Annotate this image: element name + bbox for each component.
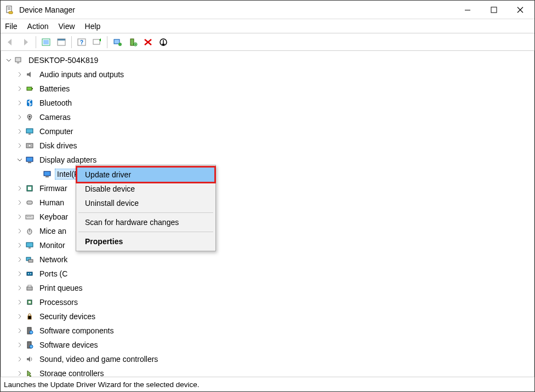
tree-node[interactable]: Sound, video and game controllers [2, 352, 534, 366]
menu-view[interactable]: View [58, 22, 75, 31]
svg-rect-51 [27, 287, 32, 290]
context-menu-item[interactable]: Scan for hardware changes [77, 215, 214, 229]
tree-node[interactable]: Ports (C [2, 267, 534, 281]
svg-rect-39 [27, 216, 28, 217]
expander-icon[interactable] [15, 241, 24, 250]
tree-node[interactable]: Network [2, 252, 534, 267]
tree-node[interactable]: Print queues [2, 281, 534, 295]
tree-node-label: Computer [37, 126, 75, 137]
menu-action[interactable]: Action [27, 22, 49, 31]
tree-node[interactable]: Storage controllers [2, 366, 534, 377]
device-tree-panel[interactable]: DESKTOP-504K819 Audio inputs and outputs… [1, 51, 534, 377]
tree-node[interactable]: Computer [2, 124, 534, 139]
expander-icon[interactable] [15, 355, 24, 364]
port-icon [24, 268, 35, 279]
tree-node[interactable]: Batteries [2, 82, 534, 96]
expander-icon[interactable] [15, 212, 24, 221]
context-menu-item[interactable]: Update driver [76, 166, 216, 183]
expander-icon[interactable] [15, 84, 24, 93]
svg-rect-22 [32, 88, 33, 89]
tree-node-label: Storage controllers [37, 368, 106, 377]
scan-button[interactable] [90, 35, 104, 49]
svg-point-15 [118, 43, 122, 46]
tree-node-label: Ports (C [37, 268, 70, 279]
svg-point-50 [30, 273, 31, 274]
network-icon [24, 254, 35, 265]
svg-point-25 [29, 116, 31, 118]
expander-icon[interactable] [15, 341, 24, 349]
storage-icon [24, 368, 35, 377]
svg-rect-26 [29, 119, 31, 120]
printer-icon [24, 283, 35, 293]
minimize-button[interactable] [454, 1, 481, 19]
svg-rect-55 [28, 316, 31, 319]
context-menu-item[interactable]: Uninstall device [77, 196, 214, 210]
show-hidden-button[interactable] [39, 35, 53, 49]
update-driver-button[interactable] [110, 35, 124, 49]
expander-icon[interactable] [15, 99, 24, 107]
add-device-button[interactable] [126, 35, 140, 49]
tree-node-label: Print queues [37, 283, 85, 293]
expander-icon[interactable] [15, 369, 24, 377]
monitor-icon [24, 126, 35, 137]
menubar: File Action View Help [1, 19, 534, 33]
context-menu-item[interactable]: Properties [77, 234, 214, 249]
expander-icon[interactable] [15, 312, 24, 321]
tree-node-label: Cameras [37, 112, 73, 123]
expander-icon[interactable] [15, 269, 24, 278]
expander-icon[interactable] [15, 198, 24, 207]
sound-icon [24, 354, 35, 365]
menu-help[interactable]: Help [85, 22, 101, 31]
expander-icon[interactable] [15, 284, 24, 292]
camera-icon [24, 112, 35, 123]
expander-icon[interactable] [15, 155, 24, 164]
tree-node-label: Keyboar [37, 211, 70, 222]
close-button[interactable] [507, 1, 533, 19]
svg-rect-45 [29, 247, 31, 249]
properties-button[interactable] [54, 35, 69, 49]
svg-rect-54 [29, 301, 31, 303]
uninstall-button[interactable] [141, 35, 155, 49]
expander-icon[interactable] [15, 70, 24, 79]
svg-rect-19 [15, 57, 21, 62]
tree-node[interactable]: Software components [2, 324, 534, 338]
svg-rect-36 [28, 187, 31, 190]
expander-icon[interactable] [15, 298, 24, 307]
tree-node-label: Firmwar [37, 183, 70, 194]
tree-node[interactable]: Bluetooth [2, 96, 534, 110]
help-button[interactable]: ? [75, 35, 89, 49]
menu-separator [78, 232, 213, 232]
maximize-button[interactable] [481, 1, 507, 19]
tree-node[interactable]: Software devices [2, 338, 534, 352]
svg-rect-47 [29, 260, 33, 262]
context-menu-item[interactable]: Disable device [77, 182, 214, 196]
tree-node-label: Human [37, 197, 66, 208]
expander-icon[interactable] [15, 127, 24, 136]
svg-rect-2 [8, 8, 10, 9]
svg-rect-48 [27, 272, 32, 275]
svg-rect-14 [114, 39, 119, 44]
svg-rect-38 [26, 215, 33, 219]
expander-icon[interactable] [15, 113, 24, 122]
computer-icon [13, 55, 24, 66]
expander-icon[interactable] [15, 255, 24, 264]
svg-rect-10 [58, 39, 65, 41]
tree-node[interactable]: Audio inputs and outputs [2, 67, 534, 82]
expander-icon[interactable] [15, 227, 24, 235]
svg-text:?: ? [80, 39, 83, 45]
tree-node-label: Sound, video and game controllers [37, 354, 160, 365]
tree-root-node[interactable]: DESKTOP-504K819 [2, 53, 534, 67]
tree-node[interactable]: Security devices [2, 309, 534, 324]
tree-node[interactable]: Processors [2, 295, 534, 309]
expander-icon[interactable] [15, 326, 24, 335]
tree-node[interactable]: Disk drives [2, 139, 534, 153]
menu-file[interactable]: File [5, 22, 18, 31]
expander-icon[interactable] [4, 56, 13, 65]
tree-node[interactable]: Cameras [2, 110, 534, 124]
disable-button[interactable] [156, 35, 170, 49]
svg-rect-21 [27, 87, 32, 90]
expander-icon[interactable] [15, 141, 24, 150]
display-icon [42, 169, 53, 180]
expander-icon[interactable] [15, 184, 24, 193]
svg-rect-20 [17, 62, 19, 64]
